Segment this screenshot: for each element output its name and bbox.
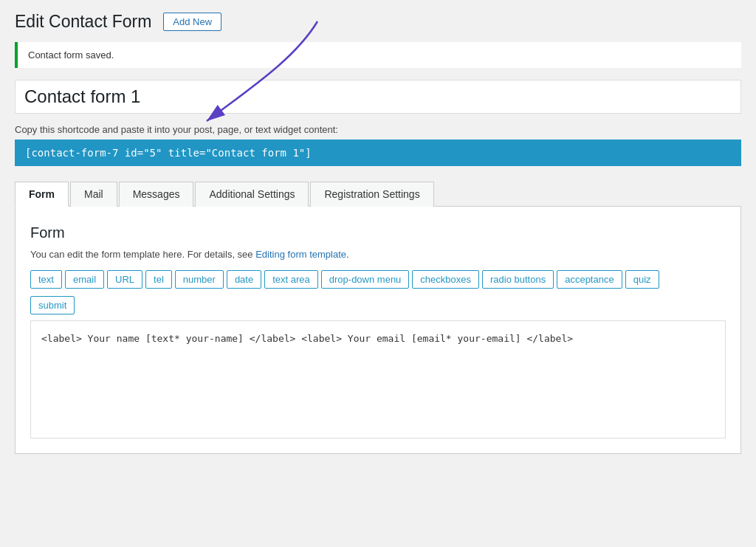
tab-form[interactable]: Form xyxy=(15,182,69,207)
tag-btn-email[interactable]: email xyxy=(65,270,104,289)
save-notice: Contact form saved. xyxy=(15,42,741,68)
tag-btn-date[interactable]: date xyxy=(227,270,261,289)
tag-btn-tel[interactable]: tel xyxy=(145,270,172,289)
tag-btn-dropdown[interactable]: drop-down menu xyxy=(321,270,410,289)
tabs-bar: Form Mail Messages Additional Settings R… xyxy=(15,181,741,207)
form-description-text: You can edit the form template here. For… xyxy=(30,249,255,260)
tab-mail[interactable]: Mail xyxy=(70,182,117,207)
tab-additional-settings[interactable]: Additional Settings xyxy=(195,182,309,207)
tag-btn-quiz[interactable]: quiz xyxy=(625,270,659,289)
tag-btn-textarea[interactable]: text area xyxy=(264,270,318,289)
tag-btn-acceptance[interactable]: acceptance xyxy=(557,270,622,289)
tag-btn-submit[interactable]: submit xyxy=(30,296,75,314)
form-code-editor[interactable]: <label> Your name [text* your-name] </la… xyxy=(30,320,726,438)
shortcode-box[interactable]: [contact-form-7 id="5" title="Contact fo… xyxy=(15,140,741,166)
add-new-button[interactable]: Add New xyxy=(163,13,221,31)
tag-btn-radio[interactable]: radio buttons xyxy=(482,270,554,289)
page-title: Edit Contact Form xyxy=(15,12,151,32)
form-name-input[interactable] xyxy=(15,80,741,114)
tag-btn-number[interactable]: number xyxy=(175,270,224,289)
editing-form-template-link[interactable]: Editing form template xyxy=(255,249,346,260)
shortcode-instruction: Copy this shortcode and paste it into yo… xyxy=(15,124,741,135)
form-description-period: . xyxy=(346,249,349,260)
tag-btn-checkboxes[interactable]: checkboxes xyxy=(412,270,479,289)
tag-btn-text[interactable]: text xyxy=(30,270,62,289)
form-code-content: <label> Your name [text* your-name] </la… xyxy=(41,333,573,344)
tag-buttons-row: text email URL tel number date text area… xyxy=(30,270,726,289)
tab-messages[interactable]: Messages xyxy=(119,182,194,207)
tab-registration-settings[interactable]: Registration Settings xyxy=(310,182,433,207)
form-section-title: Form xyxy=(30,224,726,241)
tag-btn-url[interactable]: URL xyxy=(107,270,142,289)
form-description: You can edit the form template here. For… xyxy=(30,249,726,260)
notice-message: Contact form saved. xyxy=(28,49,114,61)
tab-content-form: Form You can edit the form template here… xyxy=(15,207,741,454)
